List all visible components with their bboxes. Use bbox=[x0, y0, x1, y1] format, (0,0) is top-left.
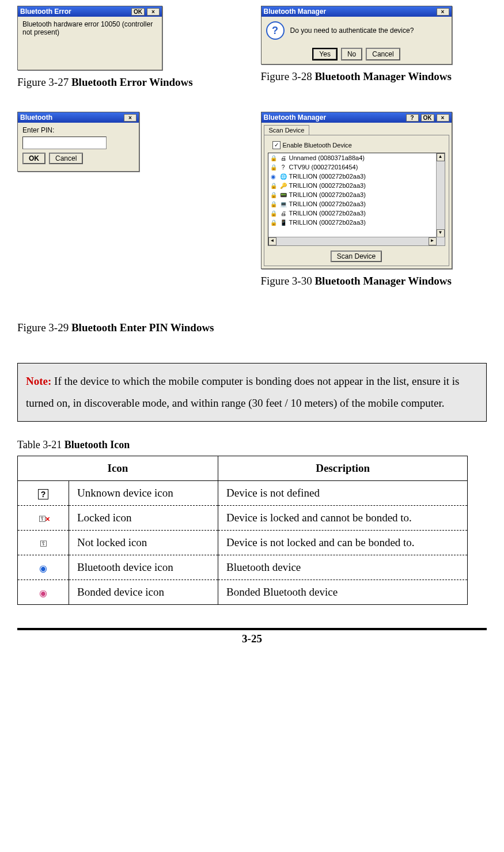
table-header-row: Icon Description bbox=[18, 456, 468, 481]
enter-pin-label: Enter PIN: bbox=[22, 126, 134, 134]
figure-29-caption: Figure 3-29 Bluetooth Enter PIN Windows bbox=[17, 321, 244, 334]
enable-bt-checkbox[interactable]: ✓ bbox=[272, 141, 281, 149]
bluetooth-error-window: Bluetooth Error OK × Bluetooth hardware … bbox=[17, 6, 162, 70]
caption-prefix: Figure 3-28 bbox=[261, 70, 315, 82]
enable-bt-row: ✓ Enable Bluetooth Device bbox=[272, 141, 445, 149]
close-button[interactable]: × bbox=[437, 8, 449, 16]
caption-title: Bluetooth Error Windows bbox=[71, 76, 193, 88]
caption-prefix: Figure 3-27 bbox=[17, 76, 71, 88]
caption-prefix: Table 3-21 bbox=[17, 439, 65, 450]
note-text: If the device to which the mobile comput… bbox=[26, 375, 459, 409]
scroll-right-icon[interactable]: ► bbox=[429, 237, 437, 245]
close-button[interactable]: × bbox=[437, 114, 449, 122]
close-button[interactable]: × bbox=[147, 8, 160, 16]
pin-body: Enter PIN: OK Cancel bbox=[18, 123, 139, 171]
icon-cell: ◉ bbox=[18, 580, 69, 605]
titlebar: Bluetooth Error OK × bbox=[18, 6, 162, 17]
icon-cell: ⚿ bbox=[18, 531, 69, 555]
bluetooth-manager-scan-window: Bluetooth Manager ? OK × Scan Device ✓ E… bbox=[261, 112, 452, 269]
figure-30-col: Bluetooth Manager ? OK × Scan Device ✓ E… bbox=[261, 112, 487, 305]
ok-button[interactable]: OK bbox=[22, 153, 46, 164]
table-row: ⚿ Not locked icon Device is not locked a… bbox=[18, 531, 468, 555]
printer-icon: 🖨 bbox=[279, 209, 287, 217]
device-label: Unnamed (0080371a88a4) bbox=[289, 154, 365, 161]
figure-27-col: Bluetooth Error OK × Bluetooth hardware … bbox=[17, 6, 244, 106]
device-list[interactable]: 🔒🖨Unnamed (0080371a88a4) 🔒?CTV9U (000272… bbox=[268, 153, 445, 246]
device-row[interactable]: ◉🌐TRILLION (000272b02aa3) bbox=[268, 172, 445, 181]
figure-27-caption: Figure 3-27 Bluetooth Error Windows bbox=[17, 76, 244, 89]
bluetooth-icon-table: Icon Description ? Unknown device icon D… bbox=[17, 456, 468, 605]
figure-29-col: Bluetooth × Enter PIN: OK Cancel Figure … bbox=[17, 112, 244, 351]
figure-28-caption: Figure 3-28 Bluetooth Manager Windows bbox=[261, 70, 487, 83]
icon-desc: Bluetooth device bbox=[218, 555, 468, 580]
header-desc: Description bbox=[218, 456, 468, 481]
footer-rule bbox=[17, 628, 487, 630]
caption-prefix: Figure 3-29 bbox=[17, 321, 71, 334]
globe-icon: 🌐 bbox=[279, 172, 287, 180]
device-row[interactable]: 🔒🖨Unnamed (0080371a88a4) bbox=[268, 153, 445, 162]
close-button[interactable]: × bbox=[124, 114, 137, 122]
icon-name: Locked icon bbox=[69, 506, 218, 531]
yes-button[interactable]: Yes bbox=[312, 48, 338, 60]
table-row: ◉ Bluetooth device icon Bluetooth device bbox=[18, 555, 468, 580]
cancel-button[interactable]: Cancel bbox=[366, 48, 400, 60]
device-label: TRILLION (000272b02aa3) bbox=[289, 219, 366, 226]
ok-button[interactable]: OK bbox=[421, 114, 434, 122]
device-label: TRILLION (000272b02aa3) bbox=[289, 173, 366, 180]
vertical-scrollbar[interactable]: ▲ ▼ bbox=[436, 153, 445, 237]
bluetooth-device-icon: ◉ bbox=[37, 563, 49, 574]
help-button[interactable]: ? bbox=[406, 114, 419, 122]
table-row: ? Unknown device icon Device is not defi… bbox=[18, 481, 468, 506]
unknown-icon: ? bbox=[279, 163, 287, 171]
device-row[interactable]: 🔒📱TRILLION (000272b02aa3) bbox=[268, 218, 445, 227]
locked-icon: 🔒 bbox=[270, 218, 278, 226]
device-row[interactable]: 🔒📟TRILLION (000272b02aa3) bbox=[268, 190, 445, 199]
icon-name: Bluetooth device icon bbox=[69, 555, 218, 580]
locked-icon: 🔒 bbox=[270, 209, 278, 217]
question-icon: ? bbox=[266, 21, 285, 40]
window-title: Bluetooth Manager bbox=[264, 113, 327, 122]
note-label: Note: bbox=[26, 375, 51, 387]
icon-cell: ◉ bbox=[18, 555, 69, 580]
scroll-down-icon[interactable]: ▼ bbox=[437, 229, 445, 237]
icon-name: Bonded device icon bbox=[69, 580, 218, 605]
ok-button[interactable]: OK bbox=[131, 8, 145, 16]
tab-body: ✓ Enable Bluetooth Device 🔒🖨Unnamed (008… bbox=[264, 135, 449, 266]
device-row[interactable]: 🔒🔑TRILLION (000272b02aa3) bbox=[268, 181, 445, 190]
enable-bt-label: Enable Bluetooth Device bbox=[283, 142, 352, 149]
locked-icon: 🔒 bbox=[270, 181, 278, 190]
locked-icon: 🔒 bbox=[270, 163, 278, 171]
scroll-left-icon[interactable]: ◄ bbox=[268, 237, 276, 245]
icon-desc: Device is not defined bbox=[218, 481, 468, 506]
caption-title: Bluetooth Manager Windows bbox=[314, 275, 452, 287]
figure-row-1: Bluetooth Error OK × Bluetooth hardware … bbox=[17, 6, 487, 106]
figure-30-caption: Figure 3-30 Bluetooth Manager Windows bbox=[261, 275, 487, 287]
icon-desc: Device is not locked and can be bonded t… bbox=[218, 531, 468, 555]
window-title: Bluetooth bbox=[20, 113, 52, 122]
window-title: Bluetooth Manager bbox=[264, 7, 327, 16]
device-label: TRILLION (000272b02aa3) bbox=[289, 191, 366, 198]
device-label: TRILLION (000272b02aa3) bbox=[289, 200, 366, 207]
caption-title: Bluetooth Icon bbox=[65, 439, 130, 450]
icon-desc: Device is locked and cannot be bonded to… bbox=[218, 506, 468, 531]
pda-icon: 📟 bbox=[279, 191, 287, 199]
cancel-button[interactable]: Cancel bbox=[49, 153, 83, 164]
tab-scan-device[interactable]: Scan Device bbox=[264, 125, 310, 135]
phone-icon: 📱 bbox=[279, 218, 287, 226]
horizontal-scrollbar[interactable]: ◄ ► bbox=[268, 237, 445, 245]
device-row[interactable]: 🔒?CTV9U (000272016454) bbox=[268, 162, 445, 172]
titlebar: Bluetooth Manager ? OK × bbox=[262, 112, 452, 123]
icon-cell: ⚿✕ bbox=[18, 506, 69, 531]
scan-device-button[interactable]: Scan Device bbox=[331, 251, 382, 262]
caption-title: Bluetooth Enter PIN Windows bbox=[71, 321, 214, 334]
bonded-device-icon: ◉ bbox=[37, 588, 49, 599]
scroll-up-icon[interactable]: ▲ bbox=[437, 153, 445, 161]
device-row[interactable]: 🔒💻TRILLION (000272b02aa3) bbox=[268, 199, 445, 209]
header-icon: Icon bbox=[18, 456, 218, 481]
device-row[interactable]: 🔒🖨TRILLION (000272b02aa3) bbox=[268, 209, 445, 218]
key-icon: 🔑 bbox=[279, 181, 287, 190]
error-message: Bluetooth hardware error 10050 (controll… bbox=[18, 17, 162, 70]
pin-input[interactable] bbox=[22, 137, 107, 149]
icon-cell: ? bbox=[18, 481, 69, 506]
no-button[interactable]: No bbox=[341, 48, 362, 60]
